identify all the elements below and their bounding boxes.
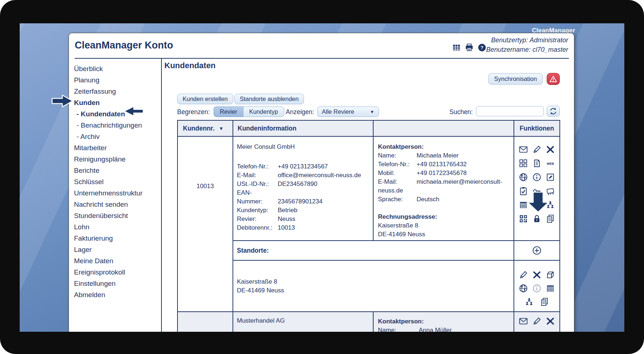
sidebar-item-kunden[interactable]: Kunden (74, 97, 160, 108)
sidebar-item-lager[interactable]: Lager (74, 244, 160, 255)
synchronisation-button[interactable]: Synchronisation (488, 73, 543, 85)
sidebar-item-ueberblick[interactable]: Überblick (74, 63, 160, 74)
org-people-icon[interactable] (524, 297, 534, 307)
board-icon[interactable] (546, 186, 555, 196)
sidebar-item-nachricht-senden[interactable]: Nachricht senden (74, 199, 160, 210)
billing-line: Kaiserstraße 8 (378, 221, 511, 230)
window-toolbar (452, 43, 487, 52)
sidebar-item-planung[interactable]: Planung (74, 74, 160, 86)
clipboard-check-icon[interactable] (519, 186, 528, 196)
sidebar-item-kundendaten[interactable]: - Kundendaten (74, 108, 160, 120)
add-location-cell (514, 241, 559, 261)
delete-icon[interactable] (546, 145, 555, 154)
desktop-background: CleanManager CleanManager Konto Benutzer… (20, 23, 624, 332)
window-title: CleanManager Konto (75, 40, 173, 51)
info-row: E-Mail:office@meierconsult-neuss.de (237, 171, 370, 180)
lock-icon[interactable] (532, 214, 542, 223)
sidebar-item-meine-daten[interactable]: Meine Daten (74, 255, 160, 267)
customer-name: Meier Consult GmbH (237, 143, 370, 151)
globe-icon[interactable] (519, 284, 528, 293)
sidebar-item-zeiterfassung[interactable]: Zeiterfassung (74, 86, 160, 97)
sidebar-item-einstellungen[interactable]: Einstellungen (74, 278, 160, 289)
edit-icon[interactable] (519, 270, 528, 280)
sidebar-item-archiv[interactable]: - Archiv (74, 131, 160, 142)
help-icon[interactable] (477, 43, 487, 52)
mail-icon[interactable] (519, 316, 528, 326)
delete-icon[interactable] (546, 316, 555, 326)
customer2-functions-cell (514, 312, 559, 332)
customer2-icon-row (519, 316, 555, 326)
sidebar-item-mitarbeiter[interactable]: Mitarbeiter (74, 142, 160, 153)
sidebar-item-fakturierung[interactable]: Fakturierung (74, 233, 160, 244)
info-row: Telefon-Nr.:+49 02131234567 (237, 162, 370, 171)
sidebar-item-ereignisprotokoll[interactable]: Ereignisprotokoll (74, 267, 160, 278)
contact-row: Sprache:Deutsch (378, 195, 511, 204)
book-icon[interactable] (532, 159, 542, 168)
sidebar-item-reinigungsplaene[interactable]: Reinigungspläne (74, 153, 160, 165)
docs-icon[interactable] (540, 297, 549, 307)
refresh-button[interactable] (547, 106, 560, 117)
sidebar-item-abmelden[interactable]: Abmelden (74, 289, 160, 300)
copy-icon[interactable] (519, 159, 528, 168)
contact-row: Mobil:+49 01722345678 (378, 169, 511, 178)
sidebar-item-unternehmensstruktur[interactable]: Unternehmensstruktur (74, 187, 160, 199)
hide-locations-button[interactable]: Standorte ausblenden (234, 94, 304, 104)
sidebar-divider (161, 59, 162, 332)
contact-row: Name:Michaela Meier (378, 151, 511, 160)
column-header-kundennr[interactable]: Kundennr. ▼ (178, 121, 233, 137)
key-icon[interactable] (532, 186, 542, 196)
web-icon[interactable] (546, 159, 555, 168)
user-info: Benutzertyp: Administrator Benutzername:… (486, 35, 568, 54)
create-customer-button[interactable]: Kunden erstellen (177, 94, 233, 104)
user-name: Benutzername: cl70_master (486, 45, 568, 54)
calendar-icon[interactable] (519, 200, 528, 210)
standorte-row: Standorte: (233, 241, 514, 261)
warning-icon (549, 75, 558, 83)
limit-label: Begrenzen: (177, 108, 210, 116)
table-grid-icon[interactable] (452, 43, 461, 52)
edit-icon[interactable] (532, 145, 542, 154)
column-header-info: Kundeninformation (233, 121, 374, 137)
location-address-line: Kaiserstraße 8 (237, 277, 514, 286)
warning-button[interactable] (547, 73, 560, 85)
info-icon[interactable] (532, 172, 542, 182)
sort-down-icon: ▼ (219, 126, 224, 131)
info-row: Revier:Neuss (237, 215, 370, 223)
org-people-icon[interactable] (546, 200, 555, 210)
sidebar-item-benachrichtigungen[interactable]: - Benachrichtigungen (74, 120, 160, 131)
search-input[interactable] (476, 106, 544, 116)
filter-kundentyp-button[interactable]: Kundentyp (243, 106, 284, 117)
billing-title: Rechnungsadresse: (378, 213, 511, 221)
location-functions-cell (514, 261, 559, 312)
print-icon[interactable] (465, 43, 474, 52)
contact-cell: Kontaktperson: Name:Michaela Meier Telef… (374, 137, 514, 241)
delete-icon[interactable] (532, 270, 542, 280)
customer-functions-cell (514, 137, 559, 241)
reviere-dropdown[interactable]: Alle Reviere ▼ (317, 106, 379, 117)
info-icon[interactable] (532, 284, 542, 293)
info-row: USt.-ID-Nr.:DE234567890 (237, 180, 370, 188)
search-label: Suchen: (449, 108, 473, 116)
reviere-dropdown-value: Alle Reviere (322, 108, 354, 115)
sidebar-item-stundenuebersicht[interactable]: Stundenübersicht (74, 210, 160, 221)
customer-number-cell: 10013 (178, 137, 233, 312)
mail-icon[interactable] (519, 145, 528, 154)
docs-icon[interactable] (546, 214, 555, 223)
customer2-contact-title: Kontaktperson: (378, 317, 511, 326)
note-edit-icon[interactable] (546, 172, 555, 182)
qr-icon[interactable] (519, 214, 528, 223)
sidebar-item-schluessel[interactable]: Schlüssel (74, 176, 160, 187)
info-row: EAN- (237, 188, 370, 197)
plus-circle-icon[interactable] (532, 246, 542, 255)
filter-revier-button[interactable]: Revier (214, 106, 243, 117)
globe-icon[interactable] (519, 172, 528, 182)
calendar-icon[interactable] (546, 284, 555, 293)
billing-line: DE-41469 Neuss (378, 230, 511, 239)
limit-toggle: Revier Kundentyp (214, 106, 284, 117)
customer2-info-cell: Musterhandel AG (233, 312, 374, 332)
sidebar-item-lohn[interactable]: Lohn (74, 221, 160, 233)
box-icon[interactable] (546, 270, 555, 280)
sidebar-item-berichte[interactable]: Berichte (74, 165, 160, 176)
column-header-empty (374, 121, 514, 137)
edit-icon[interactable] (532, 316, 542, 326)
